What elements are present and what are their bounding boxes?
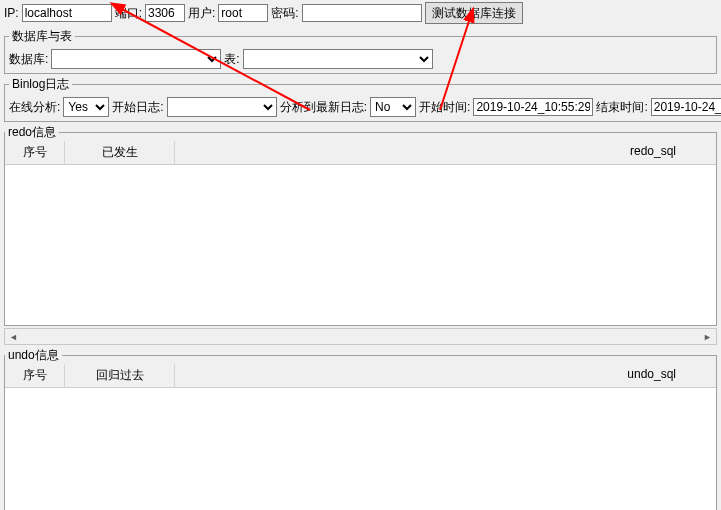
port-input[interactable] — [145, 4, 185, 22]
redo-legend: redo信息 — [5, 124, 59, 141]
db-table-group: 数据库与表 数据库: 表: — [4, 28, 717, 74]
binlog-legend: Binlog日志 — [9, 76, 72, 93]
horizontal-scrollbar[interactable]: ◄ ► — [4, 328, 717, 345]
undo-table-body[interactable] — [5, 388, 716, 510]
redo-table-header: 序号 已发生 redo_sql — [5, 141, 716, 165]
undo-legend: undo信息 — [5, 347, 62, 364]
undo-col-rollback: 回归过去 — [65, 364, 175, 387]
database-label: 数据库: — [9, 51, 48, 68]
redo-group: redo信息 序号 已发生 redo_sql — [4, 124, 717, 326]
start-log-label: 开始日志: — [112, 99, 163, 116]
undo-group: undo信息 序号 回归过去 undo_sql — [4, 347, 717, 510]
undo-table-header: 序号 回归过去 undo_sql — [5, 364, 716, 388]
end-time-label: 结束时间: — [596, 99, 647, 116]
scroll-left-icon[interactable]: ◄ — [5, 329, 22, 344]
table-select[interactable] — [243, 49, 433, 69]
redo-table: 序号 已发生 redo_sql — [5, 141, 716, 325]
to-latest-label: 分析到最新日志: — [280, 99, 367, 116]
user-input[interactable] — [218, 4, 268, 22]
redo-col-happened: 已发生 — [65, 141, 175, 164]
database-select[interactable] — [51, 49, 221, 69]
password-label: 密码: — [271, 5, 298, 22]
binlog-group: Binlog日志 在线分析: Yes 开始日志: 分析到最新日志: No 开始时… — [4, 76, 721, 122]
password-input[interactable] — [302, 4, 422, 22]
undo-table: 序号 回归过去 undo_sql — [5, 364, 716, 510]
start-log-select[interactable] — [167, 97, 277, 117]
undo-col-sql: undo_sql — [175, 364, 716, 387]
undo-col-seq: 序号 — [5, 364, 65, 387]
connection-row: IP: 端口: 用户: 密码: 测试数据库连接 — [0, 0, 721, 26]
online-analyze-select[interactable]: Yes — [63, 97, 109, 117]
online-analyze-label: 在线分析: — [9, 99, 60, 116]
start-time-label: 开始时间: — [419, 99, 470, 116]
scroll-right-icon[interactable]: ► — [699, 329, 716, 344]
redo-col-seq: 序号 — [5, 141, 65, 164]
start-time-input[interactable] — [473, 98, 593, 116]
test-connection-button[interactable]: 测试数据库连接 — [425, 2, 523, 24]
table-label: 表: — [224, 51, 239, 68]
db-table-legend: 数据库与表 — [9, 28, 75, 45]
redo-col-sql: redo_sql — [175, 141, 716, 164]
ip-input[interactable] — [22, 4, 112, 22]
end-time-input[interactable] — [651, 98, 721, 116]
to-latest-select[interactable]: No — [370, 97, 416, 117]
redo-table-body[interactable] — [5, 165, 716, 325]
user-label: 用户: — [188, 5, 215, 22]
port-label: 端口: — [115, 5, 142, 22]
ip-label: IP: — [4, 6, 19, 20]
